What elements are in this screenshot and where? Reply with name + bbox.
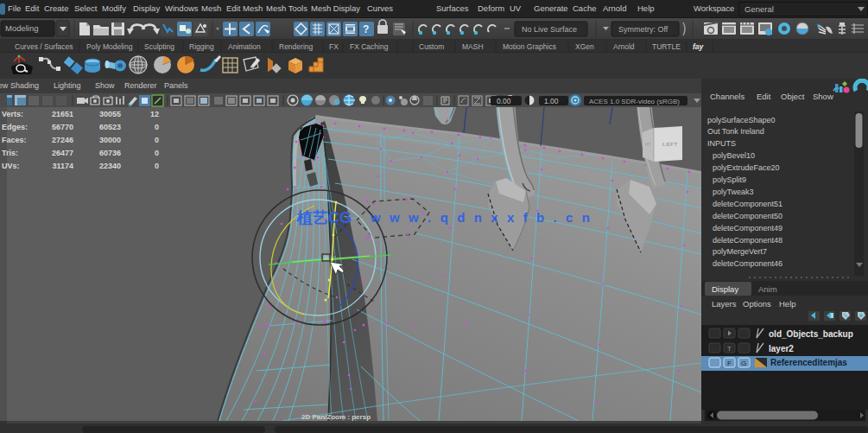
svg-text:UVs:: UVs: [2,162,20,170]
svg-text:30055: 30055 [99,110,121,118]
svg-text:No Live Surface: No Live Surface [522,25,577,34]
svg-text:Sculpting: Sculpting [144,42,174,51]
svg-text:Show: Show [813,92,833,101]
svg-text:Out Tonk Ireland: Out Tonk Ireland [707,127,764,136]
svg-text:HT: HT [645,143,650,147]
svg-text:12: 12 [150,110,159,118]
svg-text:ACES 1.0 SDR-video (sRGB): ACES 1.0 SDR-video (sRGB) [589,98,680,105]
svg-text:1.00: 1.00 [544,97,559,105]
svg-text:G: G [741,360,746,367]
svg-text:Poly Modeling: Poly Modeling [86,42,133,51]
svg-text:polyMergeVert7: polyMergeVert7 [713,247,767,256]
svg-text:deleteComponent49: deleteComponent49 [713,224,782,232]
svg-text:0: 0 [155,149,159,157]
svg-text:31174: 31174 [52,162,73,170]
svg-text:fay: fay [693,42,705,51]
svg-text:Arnold: Arnold [613,42,635,51]
svg-text:Rigging: Rigging [189,42,214,51]
svg-text:22340: 22340 [99,162,121,170]
svg-text:polyExtrudeFace20: polyExtrudeFace20 [713,163,780,172]
svg-text:0: 0 [155,123,159,131]
svg-text:w w w . q d n x x f b . c n: w w w . q d n x x f b . c n [370,210,592,225]
svg-text:30000: 30000 [99,136,121,144]
svg-text:polyBevel10: polyBevel10 [713,151,755,160]
svg-text:56770: 56770 [52,123,73,131]
svg-text:Rendering: Rendering [279,42,313,51]
svg-text:Help: Help [779,299,796,309]
svg-text:26477: 26477 [52,149,73,157]
svg-text:Faces:: Faces: [2,136,27,144]
svg-text:Options: Options [743,299,771,309]
svg-text:Modeling: Modeling [5,23,39,33]
svg-text:Object: Object [781,92,805,101]
svg-text:FX: FX [329,42,339,51]
svg-text:?: ? [363,23,369,35]
svg-text:F: F [727,360,732,367]
svg-text:0.00: 0.00 [497,97,511,105]
svg-text:polyTweak3: polyTweak3 [713,188,754,196]
svg-text:Animation: Animation [228,42,261,51]
svg-text:deleteComponent50: deleteComponent50 [713,212,782,220]
svg-text:Edges:: Edges: [2,123,28,131]
svg-text:INPUTS: INPUTS [707,139,736,148]
svg-text:MASH: MASH [462,42,484,51]
svg-text:Curves / Surfaces: Curves / Surfaces [15,42,73,51]
svg-text:FX Caching: FX Caching [350,42,389,51]
svg-text:deleteComponent46: deleteComponent46 [713,259,782,268]
svg-text:polySurfaceShape0: polySurfaceShape0 [707,116,776,124]
svg-text:T: T [727,345,732,353]
svg-text:polySplit9: polySplit9 [713,175,746,184]
svg-text:21651: 21651 [52,110,73,118]
svg-text:Verts:: Verts: [2,110,23,118]
svg-text:deleteComponent48: deleteComponent48 [713,236,782,245]
svg-text:Custom: Custom [419,42,444,51]
svg-text:deleteComponent51: deleteComponent51 [713,200,782,208]
svg-text:Symmetry: Off: Symmetry: Off [618,25,668,34]
svg-text:0: 0 [155,162,159,170]
svg-text:Anim: Anim [758,284,777,294]
svg-text:60736: 60736 [99,149,121,157]
svg-text:XGen: XGen [575,42,594,51]
svg-text:0: 0 [155,136,159,144]
svg-text:TURTLE: TURTLE [652,42,681,51]
svg-text:Layers: Layers [712,299,737,309]
svg-text:Edit: Edit [757,92,771,101]
svg-text:Referenceditemjas: Referenceditemjas [770,358,847,367]
svg-text:LEFT: LEFT [662,141,678,147]
svg-text:layer2: layer2 [769,344,794,353]
svg-text:植艺CG: 植艺CG [296,209,352,226]
svg-text:Display: Display [712,284,738,294]
svg-text:old_Objects_backup: old_Objects_backup [769,329,853,339]
svg-text:27246: 27246 [52,136,73,144]
svg-text:Motion Graphics: Motion Graphics [503,42,556,51]
svg-text:Tris:: Tris: [2,149,18,157]
svg-text:2D Pan/Zoom : persp: 2D Pan/Zoom : persp [301,413,371,421]
svg-text:60523: 60523 [99,123,121,131]
svg-text:Channels: Channels [710,92,744,101]
